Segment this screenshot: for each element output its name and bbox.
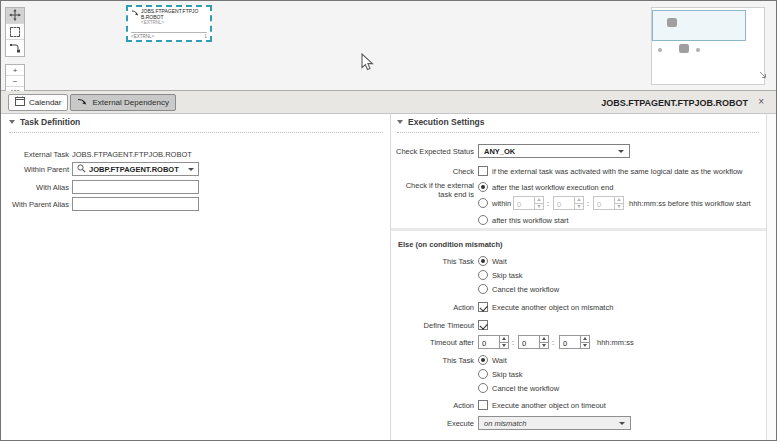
check-expected-status-row: Check Expected Status ANY_OK xyxy=(391,144,766,158)
tab-calendar[interactable]: Calendar xyxy=(8,94,68,111)
minus-icon: − xyxy=(13,77,18,86)
check-label: Check xyxy=(391,167,474,176)
spin-up-icon[interactable] xyxy=(502,337,506,340)
tab-external-dependency-label: External Dependency xyxy=(92,98,169,107)
after-last-end-radio[interactable] xyxy=(478,182,488,192)
chevron-down-icon xyxy=(397,120,403,124)
spin-down-icon[interactable] xyxy=(537,205,541,208)
pan-move-icon xyxy=(9,9,21,23)
spinner-value: 0 xyxy=(479,336,499,348)
minimap-dot xyxy=(658,48,662,52)
mouse-cursor-icon xyxy=(361,53,375,75)
within-parent-combobox[interactable]: JOBP.FTPAGENT.ROBOT xyxy=(72,162,199,176)
tab-external-dependency[interactable]: External Dependency xyxy=(70,94,176,111)
external-dependency-node[interactable]: JOBS.FTPAGENT.FTPJOB.ROBOT <EXTRNL> <EXT… xyxy=(126,5,212,42)
timeout-task-cancel-row: Cancel the workflow xyxy=(391,381,766,395)
after-start-radio[interactable] xyxy=(478,215,488,225)
section-header-execution-settings[interactable]: Execution Settings xyxy=(397,117,485,127)
within-parent-row: Within Parent JOBP.FTPAGENT.ROBOT xyxy=(1,162,390,176)
minimap[interactable] xyxy=(651,7,765,85)
spin-up-icon[interactable] xyxy=(577,198,581,201)
timeout-skip-radio[interactable] xyxy=(478,369,488,379)
mismatch-wait-text: Wait xyxy=(492,257,507,266)
expected-status-value: ANY_OK xyxy=(484,147,515,156)
vertical-scrollbar[interactable] xyxy=(766,114,777,441)
execute-on-mismatch-checkbox[interactable] xyxy=(478,302,488,312)
within-hours-spinner[interactable]: 0 xyxy=(513,196,544,210)
with-alias-input[interactable] xyxy=(72,180,199,194)
timeout-cancel-radio[interactable] xyxy=(478,383,488,393)
spin-down-icon[interactable] xyxy=(542,344,546,347)
else-header: Else (on condition mismatch) xyxy=(398,240,503,249)
timeout-after-label: Timeout after xyxy=(391,338,474,347)
mismatch-skip-radio[interactable] xyxy=(478,270,488,280)
spin-up-icon[interactable] xyxy=(537,198,541,201)
spin-down-icon[interactable] xyxy=(583,344,587,347)
within-radio[interactable] xyxy=(478,198,488,208)
mismatch-wait-radio[interactable] xyxy=(478,256,488,266)
spinner-arrows[interactable] xyxy=(580,336,589,348)
mismatch-action-row: Action Execute another object on mismatc… xyxy=(391,300,766,314)
task-definition-panel: Task Definition External Task JOBS.FTPAG… xyxy=(1,114,390,441)
tab-calendar-label: Calendar xyxy=(29,98,61,107)
spin-up-icon[interactable] xyxy=(583,337,587,340)
node-footer-count: 1 xyxy=(204,34,207,39)
end-check-option-within: within 0 : 0 : 0 hhh:mm:ss before this w… xyxy=(391,196,766,210)
external-dependency-icon xyxy=(77,97,88,108)
spin-up-icon[interactable] xyxy=(542,337,546,340)
this-task-label: This Task xyxy=(391,356,474,365)
within-parent-value: JOBP.FTPAGENT.ROBOT xyxy=(89,165,185,174)
search-icon xyxy=(77,164,86,175)
within-minutes-spinner[interactable]: 0 xyxy=(553,196,584,210)
spinner-value: 0 xyxy=(514,197,534,209)
spinner-arrows[interactable] xyxy=(614,197,623,209)
close-icon[interactable]: × xyxy=(758,96,764,107)
section-header-task-definition[interactable]: Task Definition xyxy=(9,117,80,127)
spinner-arrows[interactable] xyxy=(539,336,548,348)
action-label: Action xyxy=(391,303,474,312)
end-check-option-after-start: after this workflow start xyxy=(391,213,766,227)
spinner-arrows[interactable] xyxy=(534,197,543,209)
within-seconds-spinner[interactable]: 0 xyxy=(593,196,624,210)
execute-on-timeout-text: Execute another object on timeout xyxy=(492,401,606,410)
connector-tool-button[interactable] xyxy=(6,40,24,56)
spin-down-icon[interactable] xyxy=(577,205,581,208)
detail-content: Task Definition External Task JOBS.FTPAG… xyxy=(1,114,777,441)
timeout-wait-radio[interactable] xyxy=(478,355,488,365)
zoom-out-button[interactable]: − xyxy=(6,76,24,87)
timeout-hours-spinner[interactable]: 0 xyxy=(478,335,509,349)
execute-dropdown[interactable]: on mismatch xyxy=(478,416,631,430)
mismatch-skip-text: Skip task xyxy=(492,271,522,280)
time-separator: : xyxy=(552,338,554,347)
activation-check-checkbox[interactable] xyxy=(478,166,488,176)
timeout-minutes-spinner[interactable]: 0 xyxy=(518,335,549,349)
marquee-select-icon xyxy=(10,27,20,37)
timeout-task-wait-row: This Task Wait xyxy=(391,353,766,367)
spinner-arrows[interactable] xyxy=(574,197,583,209)
define-timeout-checkbox[interactable] xyxy=(478,320,488,330)
spin-up-icon[interactable] xyxy=(617,198,621,201)
collapse-corner-icon[interactable] xyxy=(759,71,768,82)
with-parent-alias-input[interactable] xyxy=(72,197,199,211)
spinner-arrows[interactable] xyxy=(499,336,508,348)
spinner-value: 0 xyxy=(554,197,574,209)
marquee-select-button[interactable] xyxy=(6,24,24,40)
minimap-dot xyxy=(696,48,700,52)
execute-on-timeout-checkbox[interactable] xyxy=(478,400,488,410)
execute-row: Execute on mismatch xyxy=(391,416,766,430)
expected-status-dropdown[interactable]: ANY_OK xyxy=(478,144,630,158)
external-task-label: External Task xyxy=(1,150,69,159)
spinner-value: 0 xyxy=(560,336,580,348)
pan-tool-button[interactable] xyxy=(6,8,24,24)
plus-icon: + xyxy=(13,66,18,75)
mismatch-cancel-radio[interactable] xyxy=(478,284,488,294)
calendar-icon xyxy=(15,96,25,108)
workflow-canvas[interactable]: + − 100 JOBS.FTPAGENT.FTPJOB.ROBOT <EXTR… xyxy=(1,1,776,91)
spin-down-icon[interactable] xyxy=(502,344,506,347)
section-rule xyxy=(9,132,383,133)
timeout-cancel-text: Cancel the workflow xyxy=(492,384,559,393)
zoom-in-button[interactable]: + xyxy=(6,65,24,76)
timeout-unit-text: hhh:mm:ss xyxy=(597,338,634,347)
spin-down-icon[interactable] xyxy=(617,205,621,208)
timeout-seconds-spinner[interactable]: 0 xyxy=(559,335,590,349)
